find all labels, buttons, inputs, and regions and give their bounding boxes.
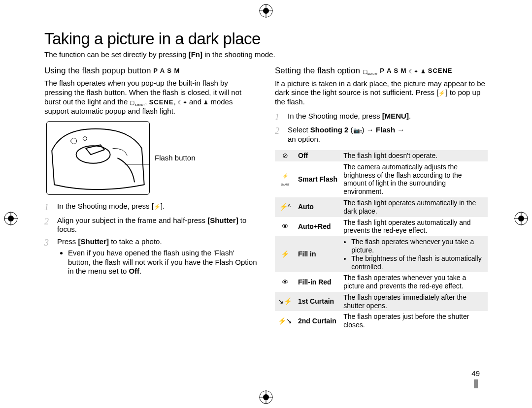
flash-icon: ⚡ xyxy=(154,204,161,210)
table-row: ↘⚡ 1st Curtain The flash operates immedi… xyxy=(275,292,488,312)
left-paragraph: The flash operates when you pop-up the b… xyxy=(44,79,257,116)
step-1: 1 In the Shooting mode, press [⚡]. xyxy=(44,202,257,213)
portrait-mode-icon: ♟ xyxy=(203,99,208,105)
step-1: 1 In the Shooting mode, press [MENU]. xyxy=(275,112,488,123)
diagram-label: Flash button xyxy=(155,154,196,163)
left-heading: Using the flash popup button P A S M xyxy=(44,65,257,76)
page-content: Taking a picture in a dark place The fun… xyxy=(44,30,488,388)
flash-off-icon: ⊘ xyxy=(275,150,295,161)
auto-red-icon: 👁 xyxy=(275,217,295,237)
page-title: Taking a picture in a dark place xyxy=(44,30,488,48)
table-row: ⊘ Off The flash light doesn't operate. xyxy=(275,150,488,161)
right-column: Setting the flash option ▢SMART P A S M … xyxy=(275,65,488,331)
svg-point-16 xyxy=(76,146,110,164)
night-mode-icon: ☾✦ xyxy=(178,99,187,105)
intro-text: The function can be set directly by pres… xyxy=(44,50,488,59)
portrait-mode-icon: ♟ xyxy=(421,68,426,74)
flash-options-table: ⊘ Off The flash light doesn't operate. ⚡… xyxy=(275,150,488,331)
registration-mark-icon xyxy=(514,212,528,225)
flash-icon: ⚡ xyxy=(438,90,445,96)
step-2: 2 Align your subject in the frame and ha… xyxy=(44,216,257,235)
page-tab-icon xyxy=(474,379,478,388)
camera-diagram xyxy=(46,121,150,195)
smart-mode-icon: ▢SMART xyxy=(363,68,378,74)
left-column: Using the flash popup button P A S M The… xyxy=(44,65,257,331)
auto-flash-icon: ⚡ᴬ xyxy=(275,197,295,217)
second-curtain-icon: ⚡↘ xyxy=(275,311,295,331)
scene-mode-icon: SCENE xyxy=(428,67,453,74)
camera-icon: 📷₂ xyxy=(353,127,362,133)
right-steps: 1 In the Shooting mode, press [MENU]. 2 … xyxy=(275,112,488,144)
table-row: ⚡ᴬ Auto The flash light operates automat… xyxy=(275,197,488,217)
table-row: ⚡↘ 2nd Curtain The flash operates just b… xyxy=(275,311,488,331)
svg-point-17 xyxy=(71,138,77,144)
table-row: ⚡ Fill in The flash operates whenever yo… xyxy=(275,236,488,272)
mode-icons: P A S M xyxy=(153,67,180,74)
registration-mark-icon xyxy=(259,4,273,18)
registration-mark-icon xyxy=(259,390,273,404)
smart-mode-icon: ▢SMART xyxy=(130,99,145,105)
fill-in-icon: ⚡ xyxy=(275,236,295,272)
mode-icons: P A S M xyxy=(380,67,406,74)
step-3-note: Even if you have opened the flash using … xyxy=(68,249,257,276)
svg-point-18 xyxy=(83,137,87,141)
table-row: 👁 Fill-in Red The flash operates wheneve… xyxy=(275,272,488,292)
registration-mark-icon xyxy=(4,212,18,225)
right-paragraph: If a picture is taken in a dark place, t… xyxy=(275,79,488,107)
table-row: ⚡SMART Smart Flash The camera automatica… xyxy=(275,161,488,197)
step-3: 3 Press [Shutter] to take a photo. Even … xyxy=(44,237,257,278)
fill-in-red-icon: 👁 xyxy=(275,272,295,292)
table-row: 👁 Auto+Red The flash light operates auto… xyxy=(275,217,488,237)
page-number: 49 xyxy=(471,369,480,388)
left-steps: 1 In the Shooting mode, press [⚡]. 2 Ali… xyxy=(44,202,257,278)
smart-flash-icon: ⚡SMART xyxy=(275,161,295,197)
night-mode-icon: ☾✦ xyxy=(409,68,418,74)
right-heading: Setting the flash option ▢SMART P A S M … xyxy=(275,65,488,76)
step-2: 2 Select Shooting 2 (📷₂) → Flash → an op… xyxy=(275,126,488,144)
first-curtain-icon: ↘⚡ xyxy=(275,292,295,312)
